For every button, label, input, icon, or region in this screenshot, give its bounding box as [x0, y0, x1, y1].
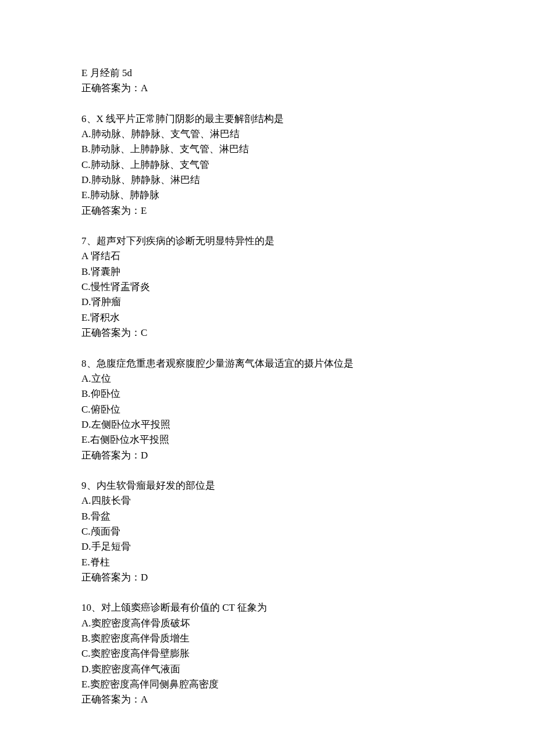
question-text: 对上颌窦癌诊断最有价值的 CT 征象为: [101, 602, 267, 613]
question-5-tail: E 月经前 5d 正确答案为：A: [81, 66, 459, 96]
question-stem: 10、对上颌窦癌诊断最有价值的 CT 征象为: [81, 600, 459, 615]
option-line: A.立位: [81, 371, 459, 386]
answer-value: C: [141, 327, 147, 338]
option-line: A.肺动脉、肺静脉、支气管、淋巴结: [81, 127, 459, 142]
option-line: C.窦腔密度高伴骨壁膨胀: [81, 646, 459, 661]
answer-value: A: [141, 694, 148, 705]
question-10: 10、对上颌窦癌诊断最有价值的 CT 征象为 A.窦腔密度高伴骨质破坏 B.窦腔…: [81, 600, 459, 707]
option-line: B.肾囊肿: [81, 264, 459, 280]
question-7: 7、超声对下列疾病的诊断无明显特异性的是 A 肾结石 B.肾囊肿 C.慢性肾盂肾…: [81, 234, 459, 341]
answer-line: 正确答案为：A: [81, 81, 459, 96]
answer-line: 正确答案为：D: [81, 448, 459, 463]
option-line: E.肾积水: [81, 310, 459, 325]
question-stem: 6、X 线平片正常肺门阴影的最主要解剖结构是: [81, 112, 459, 127]
question-9: 9、内生软骨瘤最好发的部位是 A.四肢长骨 B.骨盆 C.颅面骨 D.手足短骨 …: [81, 478, 459, 585]
option-line: E.脊柱: [81, 555, 459, 570]
option-line: B.窦腔密度高伴骨质增生: [81, 631, 459, 646]
question-6: 6、X 线平片正常肺门阴影的最主要解剖结构是 A.肺动脉、肺静脉、支气管、淋巴结…: [81, 112, 459, 218]
option-line: D.肾肿瘤: [81, 295, 459, 310]
answer-value: E: [141, 205, 147, 216]
answer-value: D: [141, 450, 148, 461]
answer-label: 正确答案为：: [81, 694, 141, 705]
answer-label: 正确答案为：: [81, 327, 141, 338]
answer-line: 正确答案为：C: [81, 325, 459, 341]
option-line: A.窦腔密度高伴骨质破坏: [81, 616, 459, 631]
option-line: D.窦腔密度高伴气液面: [81, 662, 459, 677]
question-stem: 9、内生软骨瘤最好发的部位是: [81, 478, 459, 493]
option-line: E.肺动脉、肺静脉: [81, 188, 459, 203]
option-line: E 月经前 5d: [81, 66, 459, 81]
answer-label: 正确答案为：: [81, 205, 141, 216]
answer-line: 正确答案为：D: [81, 570, 459, 585]
answer-label: 正确答案为：: [81, 450, 141, 461]
option-line: D.手足短骨: [81, 539, 459, 554]
question-text: 内生软骨瘤最好发的部位是: [97, 480, 215, 491]
question-number: 7、: [81, 235, 97, 246]
option-line: E.右侧卧位水平投照: [81, 432, 459, 447]
option-line: B.肺动脉、上肺静脉、支气管、淋巴结: [81, 142, 459, 157]
option-line: B.骨盆: [81, 509, 459, 524]
option-line: D.肺动脉、肺静脉、淋巴结: [81, 173, 459, 188]
question-number: 10、: [81, 602, 101, 613]
option-line: C.肺动脉、上肺静脉、支气管: [81, 157, 459, 173]
question-stem: 7、超声对下列疾病的诊断无明显特异性的是: [81, 234, 459, 249]
question-text: X 线平片正常肺门阴影的最主要解剖结构是: [97, 113, 284, 124]
question-number: 8、: [81, 358, 97, 369]
answer-line: 正确答案为：A: [81, 692, 459, 707]
option-line: C.俯卧位: [81, 402, 459, 417]
question-number: 6、: [81, 113, 97, 124]
question-text: 急腹症危重患者观察腹腔少量游离气体最适宜的摄片体位是: [97, 358, 354, 369]
option-line: C.慢性肾盂肾炎: [81, 280, 459, 295]
option-line: B.仰卧位: [81, 386, 459, 402]
answer-line: 正确答案为：E: [81, 203, 459, 218]
question-stem: 8、急腹症危重患者观察腹腔少量游离气体最适宜的摄片体位是: [81, 356, 459, 371]
question-8: 8、急腹症危重患者观察腹腔少量游离气体最适宜的摄片体位是 A.立位 B.仰卧位 …: [81, 356, 459, 463]
option-line: E.窦腔密度高伴同侧鼻腔高密度: [81, 677, 459, 692]
question-text: 超声对下列疾病的诊断无明显特异性的是: [97, 235, 274, 246]
option-line: A 肾结石: [81, 249, 459, 264]
question-number: 9、: [81, 480, 97, 491]
answer-label: 正确答案为：: [81, 83, 141, 94]
answer-value: D: [141, 572, 148, 583]
option-line: A.四肢长骨: [81, 493, 459, 508]
answer-value: A: [141, 83, 148, 94]
option-line: D.左侧卧位水平投照: [81, 417, 459, 432]
answer-label: 正确答案为：: [81, 572, 141, 583]
option-line: C.颅面骨: [81, 524, 459, 539]
